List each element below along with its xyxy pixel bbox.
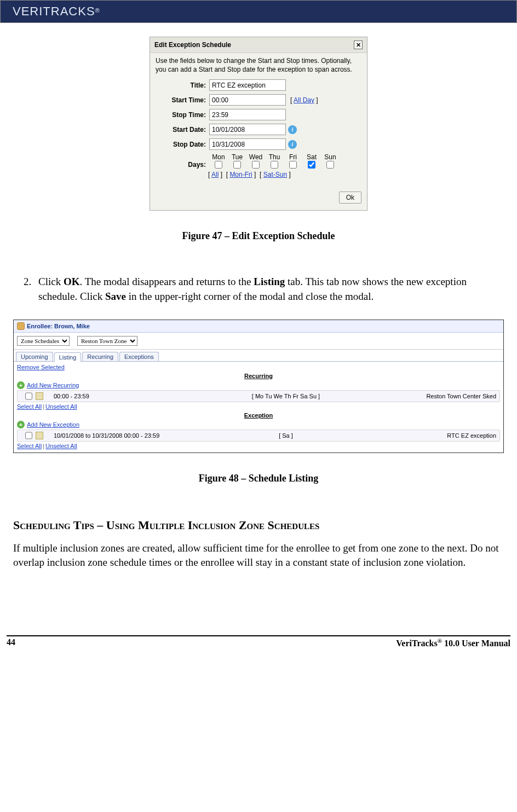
tab-listing[interactable]: Listing xyxy=(54,352,82,362)
tab-row: Upcoming Listing Recurring Exceptions xyxy=(14,350,503,362)
plus-icon: + xyxy=(17,381,25,389)
days-label: Days: xyxy=(156,161,206,169)
info-icon[interactable]: i xyxy=(288,140,297,149)
stop-date-label: Stop Date: xyxy=(156,141,206,148)
day-sat-checkbox[interactable] xyxy=(308,161,315,169)
section-title: Scheduling Tips – Using Multiple Inclusi… xyxy=(13,518,504,532)
modal-title-text: Edit Exception Schedule xyxy=(154,41,231,49)
person-icon xyxy=(17,322,25,330)
day-fri-checkbox[interactable] xyxy=(289,161,297,169)
plus-icon: + xyxy=(17,421,25,428)
step-2: Click OK. The modal disappears and retur… xyxy=(34,275,505,304)
row-days: [ Sa ] xyxy=(193,431,379,440)
stop-time-label: Stop Time: xyxy=(156,111,206,119)
figure-48-caption: Figure 48 – Schedule Listing xyxy=(7,473,510,484)
modal-titlebar: Edit Exception Schedule ✕ xyxy=(150,37,367,53)
start-date-input[interactable] xyxy=(209,124,286,135)
zone-select[interactable]: Reston Town Zone xyxy=(77,336,137,346)
select-all-link[interactable]: Select All xyxy=(17,403,42,410)
title-input[interactable] xyxy=(209,79,286,91)
day-head: Sun xyxy=(321,153,340,161)
schedule-type-select[interactable]: Zone Schedules xyxy=(17,336,70,346)
unselect-all-link[interactable]: Unselect All xyxy=(45,443,77,449)
page-number: 44 xyxy=(7,637,15,648)
row-checkbox[interactable] xyxy=(25,392,32,400)
day-head: Wed xyxy=(246,153,265,161)
footer-rule xyxy=(7,635,510,636)
row-checkbox[interactable] xyxy=(25,432,32,439)
tab-exceptions[interactable]: Exceptions xyxy=(119,352,159,361)
all-day-wrap: [ All Day ] xyxy=(290,96,318,104)
enrollee-header: Enrollee: Brown, Mike xyxy=(14,320,503,333)
days-satsun-link[interactable]: Sat-Sun xyxy=(263,171,287,178)
add-recurring-link[interactable]: Add New Recurring xyxy=(27,382,79,388)
select-all-link[interactable]: Select All xyxy=(17,443,42,449)
days-monfri-link[interactable]: Mon-Fri xyxy=(229,171,252,178)
manual-name: VeriTracks® 10.0 User Manual xyxy=(396,637,510,648)
day-head: Sat xyxy=(302,153,321,161)
start-date-label: Start Date: xyxy=(156,126,206,134)
recurring-row: 00:00 - 23:59 [ Mo Tu We Th Fr Sa Su ] R… xyxy=(17,390,500,402)
day-head: Tue xyxy=(228,153,246,161)
brand-reg: ® xyxy=(95,4,100,16)
brand-text: VERITRACKS xyxy=(13,4,95,19)
brand-logo: VERITRACKS® xyxy=(13,4,100,19)
step-list: Click OK. The modal disappears and retur… xyxy=(34,275,505,304)
row-time: 10/01/2008 to 10/31/2008 00:00 - 23:59 xyxy=(50,431,193,440)
tab-recurring[interactable]: Recurring xyxy=(82,352,118,361)
edit-icon[interactable] xyxy=(36,392,43,400)
exception-heading: Exception xyxy=(17,412,500,419)
ok-button[interactable]: Ok xyxy=(339,192,361,204)
recurring-heading: Recurring xyxy=(17,373,500,379)
row-days: [ Mo Tu We Th Fr Sa Su ] xyxy=(193,391,379,401)
exception-row: 10/01/2008 to 10/31/2008 00:00 - 23:59 [… xyxy=(17,430,500,442)
start-time-label: Start Time: xyxy=(156,96,206,104)
stop-date-input[interactable] xyxy=(209,138,286,150)
day-mon-checkbox[interactable] xyxy=(215,161,222,169)
row-name: Reston Town Center Sked xyxy=(379,391,499,401)
days-all-link[interactable]: All xyxy=(211,171,219,178)
figure-47-caption: Figure 47 – Edit Exception Schedule xyxy=(7,230,510,242)
page-footer: 44 VeriTracks® 10.0 User Manual xyxy=(0,637,517,654)
day-headers: Mon Tue Wed Thu Fri Sat Sun xyxy=(209,153,361,161)
tab-upcoming[interactable]: Upcoming xyxy=(16,352,53,361)
day-link-row: [ All ] [ Mon-Fri ] [ Sat-Sun ] xyxy=(208,171,361,178)
day-sun-checkbox[interactable] xyxy=(326,161,334,169)
modal-description: Use the fields below to change the Start… xyxy=(156,56,361,74)
add-exception-link[interactable]: Add New Exception xyxy=(27,421,79,428)
start-time-input[interactable] xyxy=(209,94,286,106)
section-paragraph: If multiple inclusion zones are created,… xyxy=(13,541,504,570)
day-head: Mon xyxy=(209,153,228,161)
close-icon[interactable]: ✕ xyxy=(354,40,363,49)
day-tue-checkbox[interactable] xyxy=(233,161,241,169)
all-day-link[interactable]: All Day xyxy=(294,96,314,104)
day-thu-checkbox[interactable] xyxy=(271,161,278,169)
row-name: RTC EZ exception xyxy=(379,431,499,440)
info-icon[interactable]: i xyxy=(288,125,297,134)
edit-icon[interactable] xyxy=(36,432,43,439)
title-label: Title: xyxy=(156,82,206,89)
remove-selected-link[interactable]: Remove Selected xyxy=(17,364,65,370)
stop-time-input[interactable] xyxy=(209,109,286,120)
schedule-listing-panel: Enrollee: Brown, Mike Zone Schedules Res… xyxy=(13,320,504,453)
day-head: Fri xyxy=(284,153,302,161)
page-header: VERITRACKS® xyxy=(0,0,517,23)
row-time: 00:00 - 23:59 xyxy=(50,391,193,401)
enrollee-label: Enrollee: Brown, Mike xyxy=(27,323,90,329)
day-wed-checkbox[interactable] xyxy=(252,161,260,169)
edit-exception-modal: Edit Exception Schedule ✕ Use the fields… xyxy=(150,37,367,211)
unselect-all-link[interactable]: Unselect All xyxy=(45,403,77,410)
day-head: Thu xyxy=(265,153,284,161)
